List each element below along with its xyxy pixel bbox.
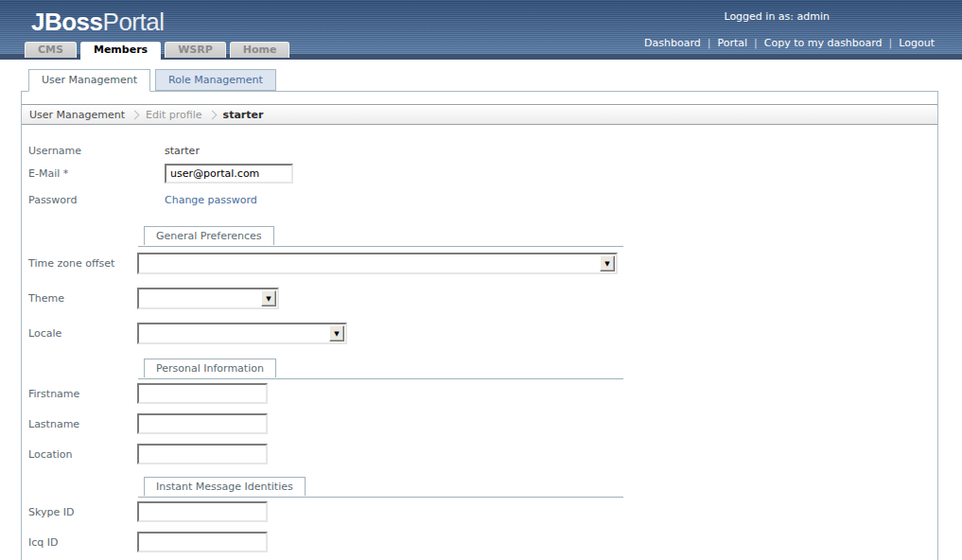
location-input[interactable] bbox=[137, 444, 268, 464]
header-links: Dashboard|Portal|Copy to my dashboard|Lo… bbox=[644, 37, 935, 49]
breadcrumb-chevron-icon bbox=[131, 110, 140, 119]
password-row: Password Change password bbox=[28, 190, 937, 209]
skype-id-input[interactable] bbox=[137, 501, 268, 522]
field-row-skype-id: Skype ID bbox=[28, 501, 937, 522]
section-rule bbox=[138, 497, 623, 498]
field-label-location: Location bbox=[28, 448, 137, 461]
section-header: Personal Information bbox=[28, 359, 937, 379]
logged-in-status: Logged in as: admin bbox=[724, 10, 830, 23]
breadcrumb-item-starter: starter bbox=[223, 109, 264, 121]
field-label-lastname: Lastname bbox=[28, 418, 137, 430]
sections: General PreferencesTime zone offset▼Them… bbox=[28, 226, 937, 552]
edit-profile-form: Username starter E-Mail * Password Chang… bbox=[22, 125, 937, 552]
logo-light-text: Portal bbox=[103, 8, 165, 36]
header-link-dashboard[interactable]: Dashboard bbox=[644, 37, 701, 49]
logo-bold-text: JBoss bbox=[31, 8, 103, 36]
field-label-skype-id: Skype ID bbox=[28, 506, 137, 518]
field-label-icq-id: Icq ID bbox=[28, 536, 137, 549]
field-row-firstname: Firstname bbox=[28, 383, 937, 404]
locale-select[interactable]: ▼ bbox=[137, 323, 347, 344]
breadcrumb: User ManagementEdit profilestarter bbox=[22, 104, 937, 125]
section-instant-message-identities: Instant Message IdentitiesSkype IDIcq ID bbox=[28, 477, 937, 552]
dropdown-arrow-icon[interactable]: ▼ bbox=[600, 255, 615, 271]
firstname-input[interactable] bbox=[137, 383, 268, 404]
field-row-time-zone-offset: Time zone offset▼ bbox=[28, 253, 937, 274]
field-row-lastname: Lastname bbox=[28, 413, 937, 434]
link-separator: | bbox=[708, 37, 711, 49]
section-rule bbox=[138, 246, 623, 247]
subtab-role-management[interactable]: Role Management bbox=[155, 69, 276, 91]
header-link-logout[interactable]: Logout bbox=[899, 37, 935, 49]
header-link-copy-to-my-dashboard[interactable]: Copy to my dashboard bbox=[764, 37, 883, 49]
time-zone-offset-select[interactable]: ▼ bbox=[137, 253, 618, 274]
tab-wsrp[interactable]: WSRP bbox=[165, 42, 226, 58]
theme-select[interactable]: ▼ bbox=[137, 288, 279, 309]
section-header: Instant Message Identities bbox=[28, 477, 937, 498]
jboss-portal-logo: JBossPortal bbox=[31, 8, 164, 37]
username-value: starter bbox=[165, 145, 200, 157]
subtab-bar: User ManagementRole Management bbox=[28, 69, 962, 91]
tab-cms[interactable]: CMS bbox=[25, 42, 77, 58]
username-label: Username bbox=[28, 145, 165, 157]
section-title: Personal Information bbox=[144, 359, 276, 377]
portal-header: JBossPortal Logged in as: admin Dashboar… bbox=[0, 0, 962, 60]
link-separator: | bbox=[889, 37, 893, 49]
dropdown-arrow-icon[interactable]: ▼ bbox=[261, 290, 276, 306]
email-label: E-Mail * bbox=[28, 167, 165, 180]
email-field[interactable] bbox=[165, 164, 293, 184]
field-row-theme: Theme▼ bbox=[28, 288, 937, 309]
field-row-locale: Locale▼ bbox=[28, 323, 937, 344]
tab-members[interactable]: Members bbox=[80, 42, 161, 60]
dropdown-arrow-icon[interactable]: ▼ bbox=[329, 325, 344, 341]
field-row-icq-id: Icq ID bbox=[28, 532, 937, 552]
field-row-location: Location bbox=[28, 444, 937, 464]
subtab-user-management[interactable]: User Management bbox=[28, 69, 150, 92]
lastname-input[interactable] bbox=[137, 413, 268, 434]
breadcrumb-item-edit-profile[interactable]: Edit profile bbox=[146, 109, 202, 121]
password-label: Password bbox=[28, 194, 165, 206]
icq-id-input[interactable] bbox=[137, 532, 268, 552]
section-personal-information: Personal InformationFirstnameLastnameLoc… bbox=[28, 359, 937, 464]
top-tab-bar: CMSMembersWSRPHome bbox=[25, 42, 289, 60]
section-header: General Preferences bbox=[28, 226, 937, 247]
tab-home[interactable]: Home bbox=[230, 42, 290, 58]
username-row: Username starter bbox=[28, 141, 937, 160]
section-title: General Preferences bbox=[144, 226, 274, 245]
breadcrumb-item-user-management[interactable]: User Management bbox=[29, 109, 125, 121]
field-label-theme: Theme bbox=[28, 292, 137, 305]
section-title: Instant Message Identities bbox=[144, 477, 306, 496]
link-separator: | bbox=[754, 37, 758, 49]
field-label-locale: Locale bbox=[28, 327, 137, 340]
change-password-link[interactable]: Change password bbox=[165, 194, 257, 206]
field-label-time-zone-offset: Time zone offset bbox=[28, 257, 137, 270]
content-panel: User ManagementEdit profilestarter Usern… bbox=[21, 91, 938, 560]
field-label-firstname: Firstname bbox=[28, 388, 137, 400]
header-link-portal[interactable]: Portal bbox=[717, 37, 747, 49]
jboss-portal-page: JBossPortal Logged in as: admin Dashboar… bbox=[0, 0, 962, 560]
email-row: E-Mail * bbox=[28, 162, 937, 185]
breadcrumb-chevron-icon bbox=[207, 110, 217, 119]
section-general-preferences: General PreferencesTime zone offset▼Them… bbox=[28, 226, 937, 344]
section-rule bbox=[138, 378, 623, 379]
